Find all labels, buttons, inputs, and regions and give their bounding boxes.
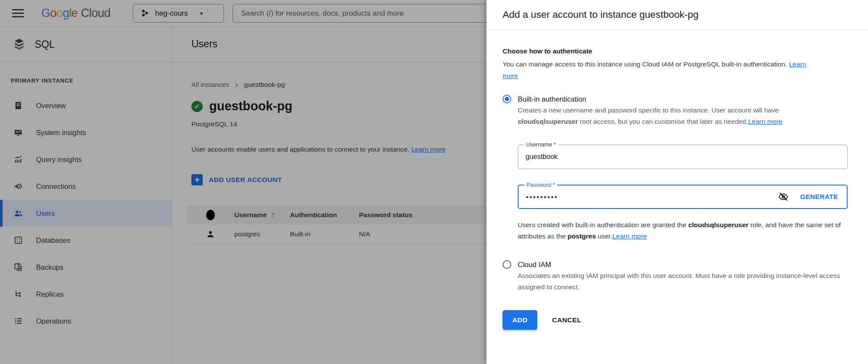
- cloud-iam-description: Associates an existing IAM principal wit…: [518, 270, 843, 293]
- visibility-off-icon[interactable]: [778, 191, 789, 202]
- panel-header: Add a user account to instance guestbook…: [487, 0, 868, 30]
- auth-description-text: You can manage access to this instance u…: [503, 60, 789, 68]
- add-button[interactable]: ADD: [503, 310, 537, 330]
- postgres-text: postgres: [568, 232, 596, 240]
- cancel-button[interactable]: CANCEL: [552, 316, 582, 324]
- builtin-learn-more-link[interactable]: Learn more: [748, 118, 783, 125]
- google-cloud-console: GoogleCloud heg-cours ▼ SQL PRIMARY INST…: [0, 0, 868, 364]
- password-field-value[interactable]: •••••••••: [526, 193, 558, 201]
- username-field[interactable]: Username * guestbook: [518, 145, 848, 169]
- panel-title: Add a user account to instance guestbook…: [503, 9, 699, 20]
- password-help-text: Users created with built-in authenticati…: [518, 219, 852, 242]
- cloudsqlsuperuser-text: cloudsqlsuperuser: [688, 221, 749, 228]
- builtin-desc-text: Creates a new username and password spec…: [518, 106, 779, 114]
- username-field-value[interactable]: guestbook: [526, 153, 558, 161]
- builtin-desc-text: root access, but you can customise that …: [578, 118, 748, 125]
- builtin-auth-option[interactable]: Built-in authentication: [503, 95, 844, 103]
- builtin-auth-description: Creates a new username and password spec…: [518, 105, 835, 127]
- cloud-iam-option[interactable]: Cloud IAM: [503, 260, 844, 269]
- auth-section-heading: Choose how to authenticate: [503, 47, 844, 55]
- username-field-label: Username *: [524, 141, 558, 148]
- password-help-segment: user.: [596, 232, 612, 240]
- panel-actions: ADD CANCEL: [503, 310, 844, 330]
- password-field-label: Password *: [524, 182, 557, 188]
- password-field[interactable]: Password * ••••••••• GENERATE: [518, 185, 848, 209]
- cloudsqlsuperuser-text: cloudsqlsuperuser: [518, 118, 578, 125]
- cloud-iam-radio-unselected[interactable]: [503, 260, 511, 269]
- generate-password-button[interactable]: GENERATE: [800, 193, 838, 201]
- password-help-segment: Users created with built-in authenticati…: [518, 221, 688, 228]
- builtin-auth-label: Built-in authentication: [518, 95, 586, 103]
- add-user-panel: Add a user account to instance guestbook…: [487, 0, 868, 364]
- cloud-iam-label: Cloud IAM: [518, 261, 551, 269]
- password-help-learn-more-link[interactable]: Learn more: [612, 232, 647, 240]
- auth-section-description: You can manage access to this instance u…: [503, 58, 806, 82]
- builtin-radio-selected[interactable]: [503, 95, 511, 103]
